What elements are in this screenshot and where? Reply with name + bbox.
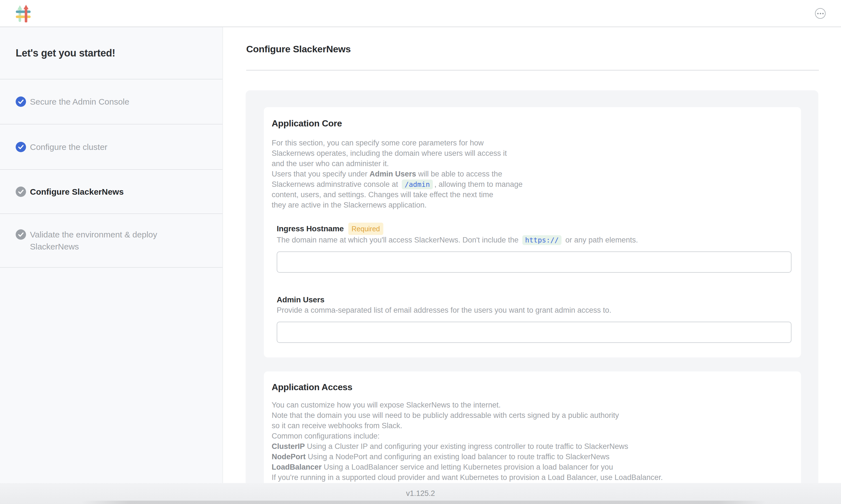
- step-complete-check-icon: [16, 96, 26, 107]
- admin-users-label: Admin Users: [277, 294, 324, 305]
- application-core-heading: Application Core: [272, 118, 793, 128]
- sidebar-step-configure-slackernews[interactable]: Configure SlackerNews: [0, 169, 222, 213]
- sidebar-step-secure-admin-console[interactable]: Secure the Admin Console: [0, 79, 222, 124]
- ingress-hostname-field-group: Ingress Hostname Required The domain nam…: [277, 223, 791, 273]
- admin-users-field-group: Admin Users Provide a comma-separated li…: [277, 294, 791, 343]
- more-options-button[interactable]: [815, 8, 826, 19]
- ingress-hostname-input[interactable]: [277, 251, 791, 273]
- app-version: v1.125.2: [406, 489, 435, 498]
- nodeport-emphasis: NodePort: [272, 452, 306, 461]
- admin-users-help: Provide a comma-separated list of email …: [277, 305, 791, 316]
- step-pending-check-icon: [16, 186, 26, 197]
- config-panel: Application Core For this section, you c…: [246, 90, 818, 483]
- application-access-heading: Application Access: [272, 382, 793, 392]
- top-bar: [0, 0, 841, 27]
- slackernews-logo-icon: [16, 4, 31, 22]
- ingress-hostname-help: The domain name at which you'll access S…: [277, 235, 791, 245]
- step-label: Secure the Admin Console: [30, 96, 129, 108]
- sidebar-step-configure-cluster[interactable]: Configure the cluster: [0, 124, 222, 169]
- application-access-card: Application Access You can customize how…: [264, 372, 801, 483]
- title-divider: [246, 70, 819, 71]
- setup-steps-sidebar: Let's get you started! Secure the Admin …: [0, 27, 223, 483]
- clusterip-emphasis: ClusterIP: [272, 442, 305, 451]
- application-access-description: You can customize how you will expose Sl…: [272, 400, 793, 483]
- step-label: Configure the cluster: [30, 141, 107, 153]
- loadbalancer-emphasis: LoadBalancer: [272, 463, 322, 471]
- version-footer: v1.125.2: [0, 483, 841, 504]
- step-label: Validate the environment & deploy Slacke…: [30, 229, 178, 253]
- application-core-description: For this section, you can specify some c…: [272, 138, 793, 210]
- sidebar-step-validate-deploy[interactable]: Validate the environment & deploy Slacke…: [0, 213, 222, 268]
- admin-users-input[interactable]: [277, 322, 791, 343]
- required-badge: Required: [348, 223, 383, 235]
- https-code: https://: [522, 235, 561, 245]
- step-label: Configure SlackerNews: [30, 186, 124, 198]
- page-title: Configure SlackerNews: [246, 43, 351, 55]
- sidebar-heading: Let's get you started!: [0, 27, 222, 79]
- application-core-card: Application Core For this section, you c…: [264, 107, 801, 357]
- step-complete-check-icon: [16, 142, 26, 152]
- ellipsis-icon: [817, 13, 819, 14]
- ingress-hostname-label: Ingress Hostname: [277, 223, 344, 234]
- admin-path-code: /admin: [402, 180, 432, 190]
- admin-users-emphasis: Admin Users: [370, 170, 416, 178]
- step-pending-check-icon: [16, 229, 26, 240]
